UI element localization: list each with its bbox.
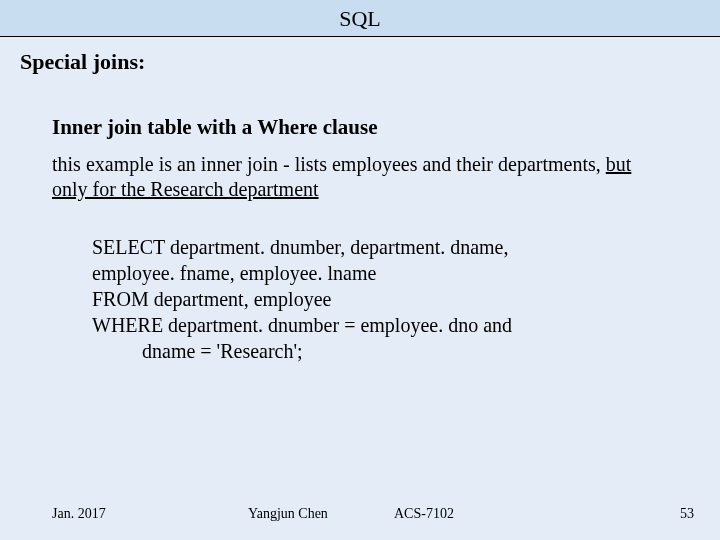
slide-title: SQL (0, 0, 720, 36)
subheading: Inner join table with a Where clause (0, 75, 720, 140)
section-heading: Special joins: (0, 37, 720, 75)
footer-page-number: 53 (680, 506, 694, 522)
footer: Jan. 2017 Yangjun Chen ACS-7102 53 (0, 506, 720, 522)
footer-course: ACS-7102 (394, 506, 454, 522)
sql-block: SELECT department. dnumber, department. … (0, 202, 720, 364)
sql-line-3: FROM department, employee (92, 286, 660, 312)
footer-date: Jan. 2017 (0, 506, 106, 522)
footer-author: Yangjun Chen (248, 506, 328, 522)
sql-line-2: employee. fname, employee. lname (92, 260, 660, 286)
sql-line-5: dname = 'Research'; (92, 338, 660, 364)
description-text: this example is an inner join - lists em… (52, 153, 606, 175)
sql-line-4: WHERE department. dnumber = employee. dn… (92, 312, 660, 338)
description: this example is an inner join - lists em… (0, 140, 720, 202)
sql-line-1: SELECT department. dnumber, department. … (92, 234, 660, 260)
